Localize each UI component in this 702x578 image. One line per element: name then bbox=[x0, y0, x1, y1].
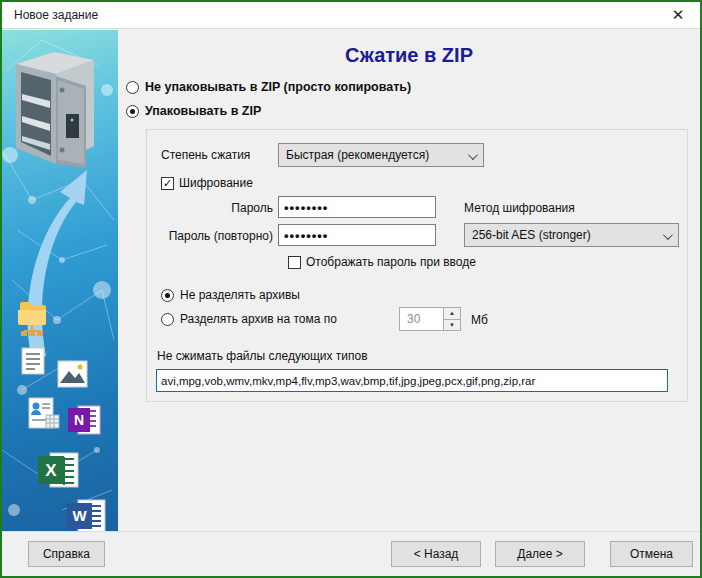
radio-split-label: Разделять архив на тома по bbox=[180, 312, 337, 326]
cancel-button[interactable]: Отмена bbox=[610, 541, 693, 567]
encryption-method-label: Метод шифрования bbox=[464, 201, 575, 215]
password-repeat-label: Пароль (повторно) bbox=[155, 229, 273, 243]
button-bar: Справка < Назад Далее > Отмена bbox=[2, 531, 700, 576]
svg-text:W: W bbox=[72, 507, 87, 524]
compression-level-value: Быстрая (рекомендуется) bbox=[286, 148, 429, 162]
radio-no-zip-label: Не упаковывать в ZIP (просто копировать) bbox=[145, 80, 411, 94]
radio-zip[interactable]: Упаковывать в ZIP bbox=[126, 103, 261, 119]
radio-no-split-circle[interactable] bbox=[161, 289, 174, 302]
volume-size-value: 30 bbox=[400, 308, 443, 330]
back-button[interactable]: < Назад bbox=[391, 541, 481, 567]
radio-no-split-label: Не разделять архивы bbox=[180, 288, 300, 302]
no-compress-label: Не сжимать файлы следующих типов bbox=[157, 349, 368, 363]
radio-zip-circle[interactable] bbox=[126, 105, 139, 118]
volume-size-spinner[interactable]: 30 ▲ ▼ bbox=[399, 307, 461, 331]
radio-no-zip[interactable]: Не упаковывать в ZIP (просто копировать) bbox=[126, 79, 411, 95]
zip-settings-group: Степень сжатия Быстрая (рекомендуется) ✓… bbox=[146, 129, 688, 402]
close-icon[interactable]: ✕ bbox=[656, 2, 700, 28]
onenote-icon: N bbox=[68, 404, 104, 436]
next-button[interactable]: Далее > bbox=[495, 541, 585, 567]
show-password-label: Отображать пароль при вводе bbox=[306, 255, 476, 269]
radio-zip-label: Упаковывать в ZIP bbox=[145, 104, 261, 118]
encryption-method-select[interactable]: 256-bit AES (stronger) bbox=[464, 223, 679, 247]
word-icon: W bbox=[67, 498, 107, 533]
svg-text:N: N bbox=[74, 412, 84, 428]
encryption-checkbox-row[interactable]: ✓ Шифрование bbox=[161, 175, 253, 191]
contacts-icon bbox=[29, 398, 59, 428]
sidebar-illustration: N X W bbox=[2, 30, 118, 533]
encryption-label: Шифрование bbox=[179, 176, 253, 190]
radio-no-zip-circle[interactable] bbox=[126, 81, 139, 94]
chevron-down-icon bbox=[468, 150, 478, 160]
radio-no-split[interactable]: Не разделять архивы bbox=[161, 287, 300, 303]
radio-split[interactable]: Разделять архив на тома по bbox=[161, 311, 337, 327]
image-icon bbox=[58, 361, 87, 387]
chevron-down-icon bbox=[663, 230, 673, 240]
show-password-checkbox-row[interactable]: Отображать пароль при вводе bbox=[288, 254, 476, 270]
show-password-checkbox[interactable] bbox=[288, 256, 301, 269]
spin-down-icon[interactable]: ▼ bbox=[444, 319, 460, 331]
wizard-page: Сжатие в ZIP Не упаковывать в ZIP (прост… bbox=[118, 30, 700, 533]
password-input[interactable] bbox=[278, 196, 436, 218]
password-label: Пароль bbox=[155, 201, 273, 215]
window-title: Новое задание bbox=[2, 8, 98, 22]
compression-level-label: Степень сжатия bbox=[161, 148, 250, 162]
title-bar: Новое задание ✕ bbox=[2, 2, 700, 29]
radio-split-circle[interactable] bbox=[161, 313, 174, 326]
svg-text:X: X bbox=[45, 461, 57, 480]
no-compress-input[interactable] bbox=[156, 369, 668, 392]
help-button[interactable]: Справка bbox=[28, 541, 105, 567]
encryption-method-value: 256-bit AES (stronger) bbox=[472, 228, 591, 242]
dialog-window: Новое задание ✕ bbox=[0, 0, 702, 578]
page-title: Сжатие в ZIP bbox=[118, 44, 700, 67]
encryption-checkbox[interactable]: ✓ bbox=[161, 177, 174, 190]
volume-unit-label: Мб bbox=[471, 313, 488, 327]
compression-level-select[interactable]: Быстрая (рекомендуется) bbox=[278, 143, 484, 167]
password-repeat-input[interactable] bbox=[278, 224, 436, 246]
safe-illustration bbox=[16, 52, 94, 168]
document-icon bbox=[22, 348, 44, 374]
spin-up-icon[interactable]: ▲ bbox=[444, 308, 460, 319]
excel-icon: X bbox=[38, 451, 80, 489]
